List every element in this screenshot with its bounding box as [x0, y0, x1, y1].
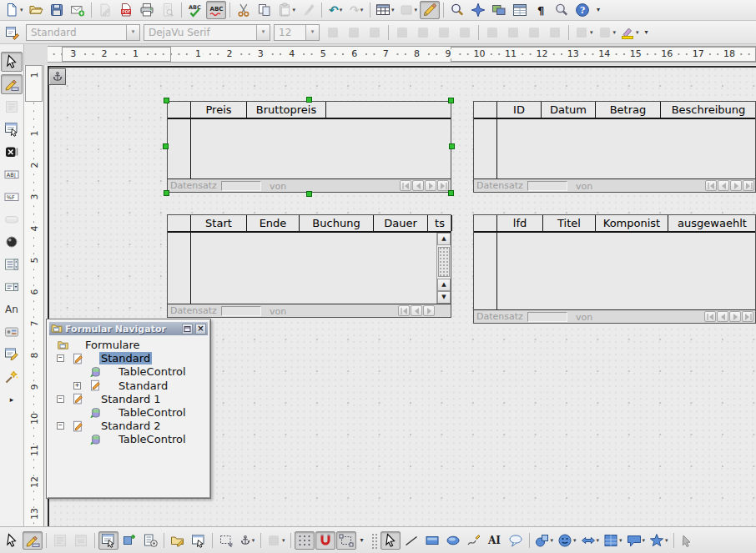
open-in-design-mode-button[interactable]	[168, 531, 188, 550]
anchor-marker[interactable]	[48, 68, 66, 85]
column-header[interactable]: Datum	[542, 102, 596, 118]
ellipse-button[interactable]	[443, 531, 463, 550]
open-button[interactable]	[26, 1, 46, 19]
column-header[interactable]: Dauer	[374, 215, 428, 231]
tree-item-standard-2[interactable]: Standard 2	[99, 420, 163, 432]
wizards-on-off-button[interactable]	[1, 367, 23, 387]
record-number-field[interactable]	[527, 181, 567, 191]
styles-window-button[interactable]	[3, 23, 23, 42]
column-header[interactable]: ts	[428, 215, 452, 231]
save-button[interactable]	[47, 1, 67, 19]
design-mode-button[interactable]	[23, 531, 43, 550]
last-record-button[interactable]	[437, 180, 449, 191]
vertical-scrollbar[interactable]: ▲▲▼	[436, 233, 451, 304]
text-box-button[interactable]: AB|	[1, 164, 23, 184]
prev-record-button[interactable]	[411, 305, 422, 316]
next-record-button[interactable]	[423, 305, 435, 316]
export-pdf-button[interactable]	[116, 1, 136, 19]
first-record-button[interactable]	[705, 180, 717, 191]
prev-record-button[interactable]	[717, 311, 728, 322]
selection-handle[interactable]	[448, 98, 454, 103]
column-header[interactable]: lfd	[497, 215, 543, 231]
scroll-up-button[interactable]: ▲	[437, 279, 451, 291]
tree-item-tablecontrol[interactable]: TableControl	[117, 365, 188, 378]
select-button[interactable]	[381, 531, 401, 550]
table-control-konto[interactable]: IDDatumBetragBeschreibungDatensatzvon	[473, 101, 756, 193]
table-control-buchung[interactable]: StartEndeBuchungDauerts▲▲▼Datensatzvon	[167, 214, 451, 318]
guides-when-moving-button[interactable]	[336, 531, 356, 550]
record-selector-column[interactable]	[474, 233, 497, 309]
selection-handle[interactable]	[449, 143, 455, 149]
vertical-ruler[interactable]: 112345678910111213	[24, 65, 44, 526]
send-email-button[interactable]	[68, 1, 88, 19]
zoom-button[interactable]	[552, 1, 572, 19]
first-record-button[interactable]	[704, 311, 716, 322]
table-body[interactable]: ▲▲▼	[168, 233, 451, 304]
decrease-indent-button[interactable]	[524, 23, 544, 42]
record-number-field[interactable]	[221, 306, 261, 316]
gallery-button[interactable]	[489, 1, 509, 19]
dock-button[interactable]	[182, 324, 193, 334]
tree-item-standard-1[interactable]: Standard 1	[99, 393, 163, 405]
edit-file-button[interactable]	[95, 1, 115, 19]
automatic-control-focus-button[interactable]	[189, 531, 209, 550]
first-record-button[interactable]	[398, 305, 410, 316]
text-button[interactable]: AI	[485, 531, 505, 550]
last-record-button[interactable]	[742, 311, 753, 322]
selection-handle[interactable]	[306, 97, 312, 103]
scroll-down-button[interactable]: ▼	[437, 291, 451, 304]
more-controls-button[interactable]	[1, 322, 23, 342]
collapse-expander[interactable]: −	[57, 422, 64, 430]
data-sources-button[interactable]	[510, 1, 530, 19]
column-header[interactable]: Titel	[543, 215, 596, 231]
column-header[interactable]: Ende	[247, 215, 300, 231]
align-center-button[interactable]	[413, 23, 433, 42]
label-field-button[interactable]: An	[1, 299, 23, 319]
prev-record-button[interactable]	[718, 180, 729, 191]
tree-item-tablecontrol[interactable]: TableControl	[117, 433, 188, 445]
justify-button[interactable]	[455, 23, 475, 42]
insert-table-button[interactable]: ▾	[374, 1, 396, 19]
auto-spellcheck-button[interactable]: ABC	[206, 1, 226, 19]
format-paintbrush-button[interactable]	[298, 1, 318, 19]
dialog-titlebar[interactable]: Formular Navigator ×	[49, 322, 208, 335]
navigator-button[interactable]	[468, 1, 488, 19]
record-selector-header[interactable]	[474, 102, 497, 118]
points-button[interactable]	[678, 531, 698, 550]
toolbar-options-button[interactable]: ▾	[593, 1, 603, 19]
activation-order-button[interactable]	[140, 531, 160, 550]
toolbar-grip[interactable]	[370, 532, 377, 549]
list-box-button[interactable]	[1, 254, 23, 274]
column-header[interactable]: Komponist	[596, 215, 668, 231]
close-button[interactable]: ×	[195, 324, 206, 334]
form-design-button[interactable]	[1, 344, 23, 364]
toolbar-extension-button[interactable]: ▸	[1, 390, 23, 410]
push-button-button[interactable]	[1, 209, 23, 229]
scrollbar-thumb[interactable]	[438, 247, 450, 277]
font-name-combo[interactable]: DejaVu Serif ▾	[144, 24, 270, 41]
position-size-button[interactable]	[216, 531, 236, 550]
insert-object-button[interactable]: ▾	[397, 1, 420, 19]
page-preview-button[interactable]	[158, 1, 178, 19]
selection-handle[interactable]	[448, 190, 454, 196]
stars-button[interactable]: ▾	[648, 531, 670, 550]
table-body[interactable]	[168, 119, 451, 178]
anchor-button[interactable]: ▾	[237, 531, 257, 550]
collapse-expander[interactable]: −	[57, 395, 64, 403]
column-header[interactable]: Betrag	[596, 102, 661, 118]
record-number-field[interactable]	[221, 181, 261, 191]
increase-indent-button[interactable]	[545, 23, 565, 42]
record-selector-column[interactable]	[168, 233, 191, 304]
horizontal-ruler[interactable]: 321123456789101112131415161718	[24, 44, 756, 65]
scroll-up-button[interactable]: ▲	[437, 233, 451, 245]
align-button[interactable]: ▾	[265, 531, 287, 550]
form-navigator-button[interactable]	[1, 119, 23, 139]
record-selector-header[interactable]	[474, 215, 497, 231]
control-properties-button[interactable]	[50, 531, 70, 550]
font-size-combo[interactable]: 12 ▾	[274, 24, 320, 41]
bold-button[interactable]	[323, 23, 343, 42]
tree-item-tablecontrol[interactable]: TableControl	[117, 406, 188, 419]
numbering-button[interactable]	[482, 23, 502, 42]
combo-box-button[interactable]	[1, 277, 23, 297]
symbol-shapes-button[interactable]: ▾	[556, 531, 578, 550]
